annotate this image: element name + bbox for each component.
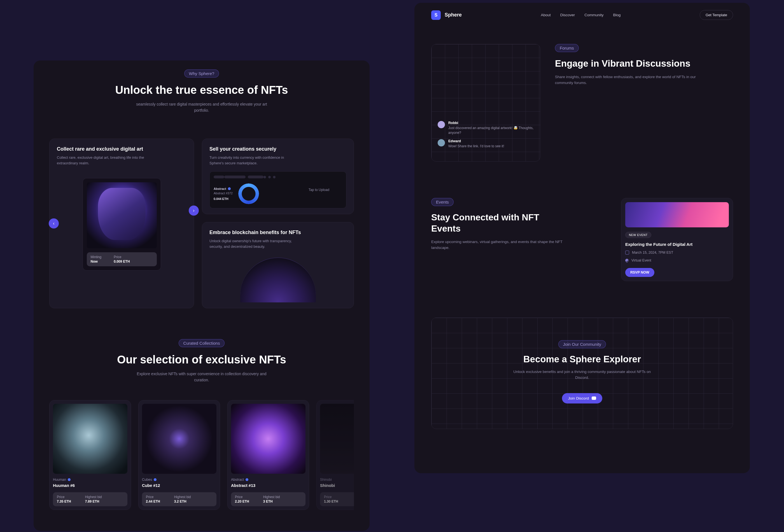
verified-icon xyxy=(154,478,157,481)
events-section: Events Stay Connected with NFT Events Ex… xyxy=(414,162,750,281)
feature-embrace-card: Embrace blockchain benefits for NFTs Unl… xyxy=(202,222,354,308)
slider-next-button[interactable]: › xyxy=(189,205,199,216)
why-sphere-pill: Why Sphere? xyxy=(184,69,219,78)
why-sphere-title: Unlock the true essence of NFTs xyxy=(49,84,354,96)
explorer-subtitle: Unlock exclusive benefits and join a thr… xyxy=(509,369,655,381)
upload-ring-icon xyxy=(238,184,259,204)
event-location: Virtual Event xyxy=(632,258,651,262)
avatar-icon xyxy=(438,121,445,128)
brand-name: Sphere xyxy=(445,12,462,18)
mint-price-value: 0.009 ETH xyxy=(114,259,130,263)
globe-illustration xyxy=(240,258,316,302)
forums-title: Engage in Vibrant Discussions xyxy=(555,58,733,69)
nft-art-image xyxy=(53,404,128,474)
nft-name: Huuman #6 xyxy=(53,483,128,488)
verified-icon xyxy=(68,478,71,481)
curated-section: Curated Collections Our selection of exc… xyxy=(49,339,354,510)
event-title: Exploring the Future of Digital Art xyxy=(625,242,729,247)
forum-message-text: Wow! Share the link. I'd love to see it! xyxy=(448,144,504,149)
upload-card-info: Abstract Abstract #372 0.044 ETH xyxy=(214,187,233,200)
nft-card[interactable]: Shinobi Shinobi Price1.30 ETH xyxy=(316,400,354,510)
feature-collect-desc: Collect rare, exclusive digital art, bre… xyxy=(57,155,146,166)
nft-card[interactable]: Abstract Abstract #13 Price2.20 ETH High… xyxy=(227,400,309,510)
feature-embrace-title: Embrace blockchain benefits for NFTs xyxy=(209,230,346,235)
why-sphere-header: Why Sphere? Unlock the true essence of N… xyxy=(49,69,354,113)
main-nav: About Discover Community Blog xyxy=(541,13,620,17)
why-sphere-subtitle: seamlessly collect rare digital masterpi… xyxy=(129,101,274,113)
explorer-section: Join Our Community Become a Sphere Explo… xyxy=(431,317,733,429)
nft-showcase: Minting Now Price 0.009 ETH xyxy=(83,178,161,271)
nav-blog[interactable]: Blog xyxy=(613,13,620,17)
nft-collection: Cubes xyxy=(142,478,152,482)
calendar-icon xyxy=(625,251,629,254)
get-template-button[interactable]: Get Template xyxy=(700,10,733,20)
nft-collection: Abstract xyxy=(231,478,244,482)
nft-showcase-meta: Minting Now Price 0.009 ETH xyxy=(87,252,157,266)
event-banner-image xyxy=(625,202,729,227)
nft-name: Shinobi xyxy=(320,483,354,488)
rsvp-button[interactable]: RSVP NOW xyxy=(625,268,654,277)
nft-card[interactable]: Cubes Cube #12 Price2.44 ETH Highest bid… xyxy=(138,400,220,510)
forum-message: Edward Wow! Share the link. I'd love to … xyxy=(438,139,534,149)
feature-collect-card: Collect rare and exclusive digital art C… xyxy=(49,139,194,308)
location-icon xyxy=(625,258,629,263)
forums-subtitle: Share insights, connect with fellow enth… xyxy=(555,74,698,86)
feature-collect-title: Collect rare and exclusive digital art xyxy=(57,146,187,152)
verified-icon xyxy=(228,187,231,190)
feature-row: ‹ Collect rare and exclusive digital art… xyxy=(49,139,354,308)
forum-message-author: Edward xyxy=(448,139,504,143)
nft-name: Cube #12 xyxy=(142,483,217,488)
nft-card[interactable]: Huuman Huuman #6 Price7.35 ETH Highest b… xyxy=(49,400,131,510)
mint-price-label: Price xyxy=(114,255,130,259)
upload-mock: Abstract Abstract #372 0.044 ETH Tap to … xyxy=(209,171,346,208)
events-title: Stay Connected with NFT Events xyxy=(431,212,560,234)
avatar-icon xyxy=(438,139,445,146)
curated-title: Our selection of exclusive NFTs xyxy=(49,353,354,366)
nav-community[interactable]: Community xyxy=(584,13,604,17)
events-pill: Events xyxy=(431,198,454,206)
feature-embrace-desc: Unlock digital ownership's future with t… xyxy=(209,238,293,249)
minting-value: Now xyxy=(91,259,102,263)
discord-icon xyxy=(592,396,596,400)
join-discord-button[interactable]: Join Discord xyxy=(562,393,602,403)
nav-discover[interactable]: Discover xyxy=(560,13,575,17)
curated-pill: Curated Collections xyxy=(179,339,225,347)
nav-about[interactable]: About xyxy=(541,13,551,17)
nft-art-image xyxy=(142,404,217,474)
brand-logo-icon: S xyxy=(431,10,441,20)
new-event-badge: NEW EVENT xyxy=(625,232,651,238)
explorer-title: Become a Sphere Explorer xyxy=(443,354,722,365)
curated-subtitle: Explore exclusive NFTs with super conven… xyxy=(129,371,274,383)
nft-collection: Huuman xyxy=(53,478,66,482)
forum-message-text: Just discovered an amazing digital artwo… xyxy=(448,126,534,135)
forums-pill: Forums xyxy=(555,44,579,52)
brand[interactable]: S Sphere xyxy=(431,10,462,20)
feature-sell-desc: Turn creativity into currency with confi… xyxy=(209,155,299,166)
left-panel: Why Sphere? Unlock the true essence of N… xyxy=(34,60,370,531)
nft-name: Abstract #13 xyxy=(231,483,306,488)
site-header: S Sphere About Discover Community Blog G… xyxy=(414,3,750,27)
feature-sell-card: Sell your creations securely Turn creati… xyxy=(202,139,354,214)
nft-art-image xyxy=(231,404,306,474)
events-subtitle: Explore upcoming webinars, virtual gathe… xyxy=(431,239,568,251)
forum-message-author: Robbi xyxy=(448,121,534,125)
forums-section: Robbi Just discovered an amazing digital… xyxy=(414,27,750,162)
forums-visual: Robbi Just discovered an amazing digital… xyxy=(431,44,540,162)
event-card[interactable]: NEW EVENT Exploring the Future of Digita… xyxy=(621,198,733,281)
forum-message: Robbi Just discovered an amazing digital… xyxy=(438,121,534,135)
upload-hint[interactable]: Tap to Upload xyxy=(309,188,342,192)
feature-sell-title: Sell your creations securely xyxy=(209,146,346,152)
nft-showcase-image xyxy=(87,182,157,248)
nft-art-image xyxy=(320,404,354,474)
explorer-pill: Join Our Community xyxy=(558,340,606,348)
right-panel: S Sphere About Discover Community Blog G… xyxy=(414,3,750,473)
minting-label: Minting xyxy=(91,255,102,259)
join-discord-label: Join Discord xyxy=(568,396,589,400)
nft-cards-row[interactable]: Huuman Huuman #6 Price7.35 ETH Highest b… xyxy=(49,400,354,510)
verified-icon xyxy=(246,478,248,481)
nft-collection: Shinobi xyxy=(320,478,332,482)
event-date: March 15, 2024, 7PM EST xyxy=(632,251,673,254)
